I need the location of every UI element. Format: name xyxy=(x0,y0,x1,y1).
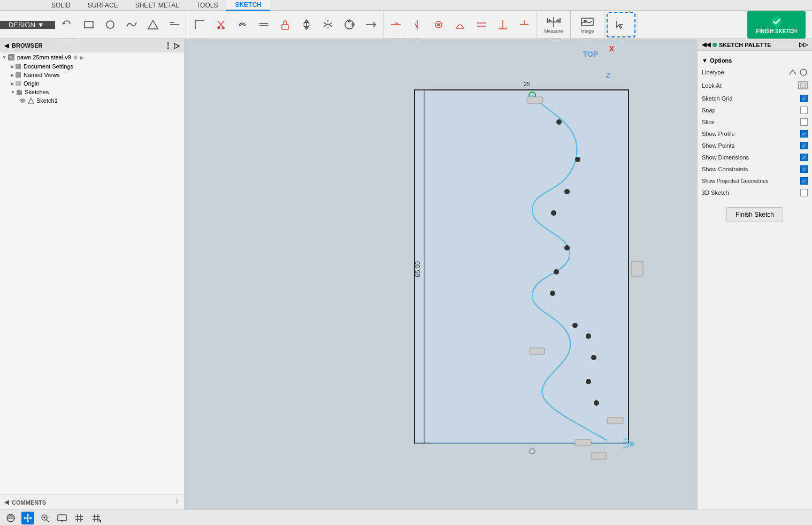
move-btn[interactable] xyxy=(296,12,317,37)
browser-collapse-icon[interactable]: ◀ xyxy=(4,42,9,49)
palette-expand-icon[interactable]: ▷▷ xyxy=(799,41,808,48)
options-arrow: ▼ xyxy=(702,57,708,64)
canvas-area[interactable]: TOP Z X xyxy=(185,39,697,509)
options-section-header[interactable]: ▼ Options xyxy=(702,55,808,66)
horiz-constraint-btn[interactable] xyxy=(386,12,406,37)
palette-header: ◀◀ SKETCH PALETTE ▷▷ xyxy=(698,39,812,51)
modify-group: MODIFY xyxy=(187,11,384,39)
doc-settings-icon xyxy=(15,63,21,70)
snap-row: Snap xyxy=(702,104,808,116)
3d-sketch-checkbox[interactable] xyxy=(800,189,808,196)
show-projected-checkbox[interactable] xyxy=(800,177,808,185)
coincident-btn[interactable] xyxy=(428,12,449,37)
tab-sheet-metal[interactable]: SHEET METAL xyxy=(127,0,188,11)
rectangle-btn[interactable] xyxy=(79,12,99,37)
slice-checkbox[interactable] xyxy=(800,118,808,126)
show-points-checkbox[interactable] xyxy=(800,142,808,149)
snap-checkbox[interactable] xyxy=(800,106,808,114)
point-10 xyxy=(591,355,596,360)
pan-icon[interactable] xyxy=(21,512,34,524)
svg-point-23 xyxy=(438,24,440,26)
browser-item-origin[interactable]: ▶ Origin xyxy=(0,79,184,88)
lock-btn[interactable] xyxy=(275,12,295,37)
trim-btn[interactable] xyxy=(211,12,231,37)
comments-panel: ◀ COMMENTS ⋮ xyxy=(0,494,184,509)
svg-point-16 xyxy=(352,24,354,26)
finish-sketch-button[interactable]: FINISH SKETCH xyxy=(747,11,806,39)
browser-item-root[interactable]: ▼ ✎ pawn 25mm steel v9 ⚙ ▶ xyxy=(0,52,184,62)
collapse-palette-icon[interactable]: ◀◀ xyxy=(702,41,710,48)
comments-collapse[interactable]: ◀ xyxy=(4,499,9,506)
named-views-label: Named Views xyxy=(24,72,60,78)
svg-point-8 xyxy=(222,27,224,29)
point-4 xyxy=(551,210,556,216)
linetype-label: Linetype xyxy=(702,69,724,75)
browser-expand2-icon[interactable]: ▷ xyxy=(174,41,180,50)
origin-icon xyxy=(15,80,21,87)
svg-point-45 xyxy=(21,100,24,102)
show-projected-label: Show Projected Geometries xyxy=(702,178,769,184)
orbit-icon[interactable] xyxy=(4,512,17,524)
dim-25-label: 25 xyxy=(524,81,530,87)
circle-btn[interactable] xyxy=(100,12,120,37)
tab-tools[interactable]: TOOLS xyxy=(188,0,226,11)
design-menu[interactable]: DESIGN ▼ xyxy=(0,21,55,29)
sketch-grid-checkbox[interactable] xyxy=(800,95,808,102)
undo-arc-btn[interactable] xyxy=(57,12,78,37)
comments-menu[interactable]: ⋮ xyxy=(174,499,180,506)
palette-finish-sketch-button[interactable]: Finish Sketch xyxy=(726,207,783,222)
point-2 xyxy=(575,157,580,162)
show-profile-checkbox[interactable] xyxy=(800,130,808,138)
select-btn[interactable] xyxy=(607,12,635,37)
vert-constraint-btn[interactable] xyxy=(407,12,427,37)
point-12 xyxy=(594,400,599,406)
browser-item-sketch1[interactable]: Sketch1 xyxy=(0,96,184,105)
polygon-btn[interactable] xyxy=(143,12,163,37)
show-dimensions-label: Show Dimensions xyxy=(702,154,749,161)
perp-btn[interactable] xyxy=(493,12,513,37)
offset-btn[interactable] xyxy=(232,12,252,37)
sketches-arrow: ▼ xyxy=(11,90,15,95)
root-label: pawn 25mm steel v9 xyxy=(17,54,71,60)
insert-image-btn[interactable]: Image xyxy=(573,12,602,37)
lookat-icon[interactable] xyxy=(798,81,808,90)
linetype-icon2[interactable] xyxy=(799,68,808,77)
linetype-icon1[interactable] xyxy=(788,68,797,77)
parallel-btn[interactable] xyxy=(471,12,492,37)
two-lines-btn[interactable] xyxy=(164,12,185,37)
show-dimensions-checkbox[interactable] xyxy=(800,154,808,161)
mirror-btn[interactable] xyxy=(318,12,338,37)
tab-surface[interactable]: SURFACE xyxy=(79,0,127,11)
options-label: Options xyxy=(710,57,732,64)
browser-expand-icon[interactable]: ⋮ xyxy=(164,41,172,50)
tab-sketch[interactable]: SKETCH xyxy=(226,0,270,11)
circular-pattern-btn[interactable] xyxy=(339,12,359,37)
fix-btn[interactable] xyxy=(514,12,534,37)
zoom-icon[interactable] xyxy=(39,512,51,524)
browser-item-named-views[interactable]: ▶ Named Views xyxy=(0,71,184,79)
spline-btn[interactable] xyxy=(121,12,142,37)
more-modify-btn[interactable] xyxy=(361,12,381,37)
svg-point-47 xyxy=(800,69,807,75)
insert-group: Image INSERT xyxy=(571,11,604,39)
grid-settings-icon[interactable] xyxy=(73,512,86,524)
browser-title: BROWSER xyxy=(12,42,42,49)
tangent-btn[interactable] xyxy=(450,12,470,37)
display-settings-icon[interactable] xyxy=(56,512,68,524)
fillet-btn[interactable] xyxy=(189,12,210,37)
more-settings-icon[interactable]: ▼ xyxy=(90,512,103,524)
tab-solid[interactable]: SOLID xyxy=(43,0,79,11)
bottom-point xyxy=(530,448,535,454)
show-profile-row: Show Profile xyxy=(702,128,808,140)
equal-btn[interactable] xyxy=(254,12,274,37)
sketch-palette-panel: ◀◀ SKETCH PALETTE ▷▷ ▼ Options Linetype xyxy=(697,39,812,509)
show-constraints-checkbox[interactable] xyxy=(800,165,808,173)
show-profile-label: Show Profile xyxy=(702,131,735,137)
inspect-btn[interactable]: |←→| Measure xyxy=(539,12,568,37)
finish-sketch-label: FINISH SKETCH xyxy=(756,28,797,34)
browser-item-doc-settings[interactable]: ▶ Document Settings xyxy=(0,62,184,71)
lookat-row: Look At xyxy=(702,79,808,93)
point-5 xyxy=(564,245,570,250)
browser-item-sketches[interactable]: ▼ Sketches xyxy=(0,88,184,96)
palette-options: ▼ Options Linetype Look At Sketch Grid xyxy=(698,51,812,226)
